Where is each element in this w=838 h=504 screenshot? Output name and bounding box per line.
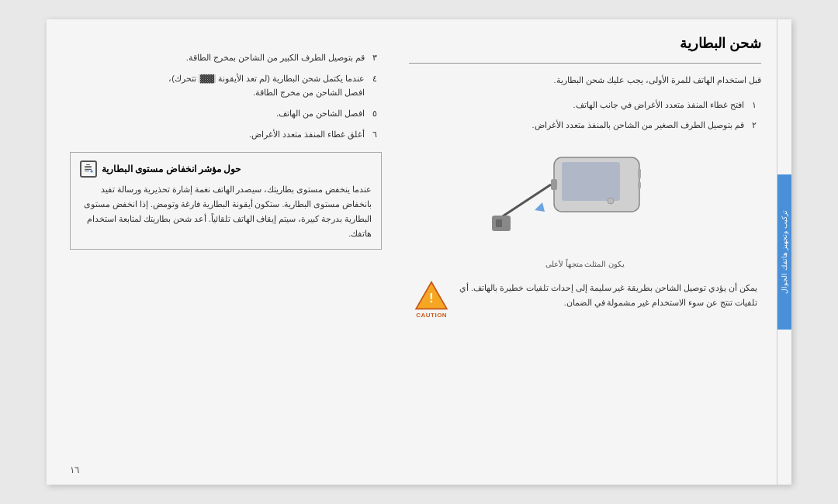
image-caption: يكون المثلث متجهاً لأعلى xyxy=(409,260,761,268)
svg-text:!: ! xyxy=(429,290,434,306)
note-body-text: عندما ينخفض مستوى بطاريتك، سيصدر الهاتف … xyxy=(80,182,372,241)
step-num: ٦ xyxy=(368,127,382,142)
right-steps-list: ١ افتح غطاء المنفذ متعدد الأغراض في جانب… xyxy=(409,98,761,133)
svg-rect-3 xyxy=(85,169,92,170)
side-tab: تركيب وتجهيز هاتفك الجوال xyxy=(777,174,791,330)
list-item: ٢ قم بتوصيل الطرف الصغير من الشاحن بالمن… xyxy=(409,118,761,133)
side-tab-text: تركيب وتجهيز هاتفك الجوال xyxy=(781,210,788,294)
step-text: افتح غطاء المنفذ متعدد الأغراض في جانب ا… xyxy=(573,98,744,112)
svg-marker-13 xyxy=(535,202,545,212)
page-number: ١٦ xyxy=(70,464,79,475)
page-container: تركيب وتجهيز هاتفك الجوال ٣ قم بتوصيل ال… xyxy=(47,19,791,485)
svg-rect-12 xyxy=(496,219,502,227)
list-item: ٣ قم بتوصيل الطرف الكبير من الشاحن بمخرج… xyxy=(70,50,382,65)
svg-point-14 xyxy=(608,198,614,204)
step-num: ٢ xyxy=(747,118,761,133)
content-area: ٣ قم بتوصيل الطرف الكبير من الشاحن بمخرج… xyxy=(47,19,791,485)
step-text: قم بتوصيل الطرف الكبير من الشاحن بمخرج ا… xyxy=(186,50,365,65)
step-text: قم بتوصيل الطرف الصغير من الشاحن بالمنفذ… xyxy=(532,118,744,133)
step-text: عندما يكتمل شحن البطارية (لم تعد الأيقون… xyxy=(168,71,365,100)
left-panel: ٣ قم بتوصيل الطرف الكبير من الشاحن بمخرج… xyxy=(47,19,397,485)
step-text: أغلق غطاء المنفذ متعدد الأغراض. xyxy=(249,127,365,142)
svg-rect-4 xyxy=(85,171,89,171)
left-steps-list: ٣ قم بتوصيل الطرف الكبير من الشاحن بمخرج… xyxy=(70,50,382,141)
svg-rect-0 xyxy=(86,164,90,165)
caution-text: يمكن أن يؤدي توصيل الشاحن بطريقة غير سلي… xyxy=(458,281,757,310)
note-icon xyxy=(80,161,97,178)
note-title: حول مؤشر انخفاض مستوى البطارية xyxy=(102,164,241,174)
phone-image-area xyxy=(409,142,761,250)
title-divider xyxy=(409,63,761,64)
svg-rect-9 xyxy=(551,179,557,190)
caution-label: CAUTION xyxy=(416,312,447,319)
step-text: افصل الشاحن من الهاتف. xyxy=(276,106,365,121)
step-num: ٥ xyxy=(368,106,382,121)
caution-icon: ! CAUTION xyxy=(413,281,450,319)
note-header: حول مؤشر انخفاض مستوى البطارية xyxy=(80,161,372,178)
svg-rect-7 xyxy=(638,169,641,178)
caution-box: يمكن أن يؤدي توصيل الشاحن بطريقة غير سلي… xyxy=(409,274,761,325)
list-item: ٦ أغلق غطاء المنفذ متعدد الأغراض. xyxy=(70,127,382,142)
list-item: ٥ افصل الشاحن من الهاتف. xyxy=(70,106,382,121)
caution-triangle-icon: ! xyxy=(414,281,448,310)
phone-svg-container xyxy=(507,142,663,250)
section-title: شحن البطارية xyxy=(409,35,761,52)
list-item: ١ افتح غطاء المنفذ متعدد الأغراض في جانب… xyxy=(409,98,761,112)
intro-text: قبل استخدام الهاتف للمرة الأولى، يجب علي… xyxy=(409,73,761,88)
note-svg-icon xyxy=(83,164,94,174)
right-panel: شحن البطارية قبل استخدام الهاتف للمرة ال… xyxy=(397,19,777,485)
phone-diagram xyxy=(492,142,663,258)
svg-rect-2 xyxy=(85,167,92,168)
step-num: ٣ xyxy=(368,50,382,65)
svg-rect-1 xyxy=(85,166,92,167)
step-num: ٤ xyxy=(368,71,382,86)
list-item: ٤ عندما يكتمل شحن البطارية (لم تعد الأيق… xyxy=(70,71,382,100)
svg-rect-6 xyxy=(562,162,620,201)
svg-rect-8 xyxy=(638,182,641,188)
note-box: حول مؤشر انخفاض مستوى البطارية عندما ينخ… xyxy=(70,152,382,250)
step-num: ١ xyxy=(747,98,761,112)
